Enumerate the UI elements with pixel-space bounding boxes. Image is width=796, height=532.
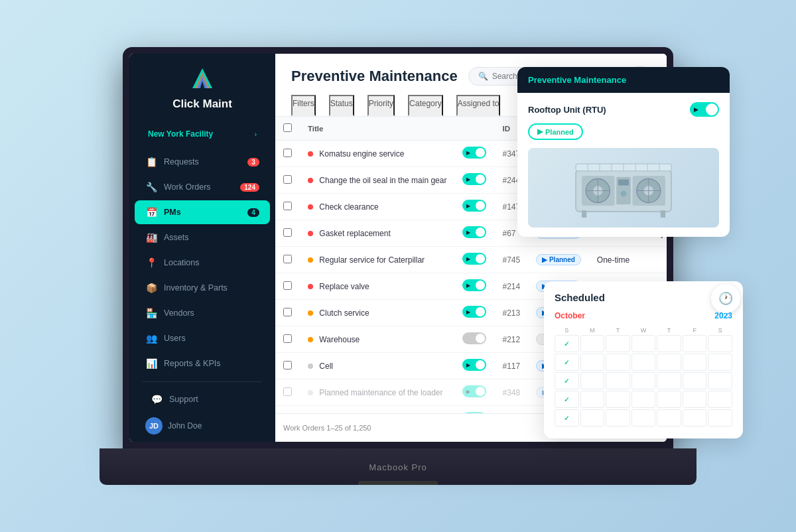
nav-work-orders[interactable]: 🔧 Work Orders 124 — [135, 175, 270, 199]
cal-row-3 — [555, 391, 732, 408]
filter-status[interactable]: Status — [329, 95, 354, 116]
pm-unit-image — [528, 148, 719, 228]
nav-pms[interactable]: 📅 PMs 4 — [135, 200, 270, 224]
cal-cell-4-2 — [606, 409, 630, 427]
sched-header-area: Scheduled 🕐 — [555, 292, 732, 303]
pm-status-badge[interactable]: ▶ Planned — [528, 123, 583, 140]
ac-unit-svg — [564, 151, 683, 224]
cell-toggle-10: ▶ — [454, 406, 494, 414]
cell-checkbox-0 — [275, 141, 300, 167]
toggle-8[interactable]: ▶ — [462, 359, 486, 371]
pm-card-header: Preventive Maintenance — [517, 67, 730, 93]
nav-vendors[interactable]: 🏪 Vendors — [135, 301, 270, 325]
toggle-4[interactable]: ▶ — [462, 253, 486, 265]
page-title: Preventive Maintenance — [291, 68, 458, 85]
toggle-0[interactable]: ▶ — [462, 147, 486, 159]
toggle-3[interactable]: ▶ — [462, 226, 486, 238]
toggle-10[interactable]: ▶ — [462, 412, 486, 413]
toggle-play-icon: ▶ — [466, 256, 470, 262]
cal-row-2 — [555, 372, 732, 389]
priority-dot-1 — [308, 178, 313, 183]
select-all-checkbox[interactable] — [283, 123, 292, 132]
row-checkbox-1[interactable] — [283, 175, 292, 184]
toggle-6[interactable]: ▶ — [462, 306, 486, 318]
filter-priority[interactable]: Priority — [367, 95, 395, 116]
pm-toggle[interactable]: ▶ — [690, 102, 719, 117]
calendar-month: October — [555, 311, 585, 320]
nav-reports[interactable]: 📊 Reports & KPIs — [135, 352, 270, 375]
priority-dot-0 — [308, 151, 313, 157]
nav-locations[interactable]: 📍 Locations — [135, 251, 270, 275]
priority-dot-3 — [308, 231, 313, 236]
cal-cell-1-2 — [606, 354, 630, 371]
nav-support[interactable]: 💬 Support — [140, 387, 265, 411]
nav-admin-settings[interactable]: ⚙️ Admin Settings — [140, 440, 265, 442]
cal-cell-0-5 — [683, 335, 707, 352]
facility-selector[interactable]: New York Facility › — [137, 124, 267, 144]
cell-status-4: ▶ Planned — [528, 247, 589, 273]
cell-title-6: Clutch service — [300, 300, 454, 326]
cell-checkbox-8 — [275, 353, 300, 379]
cell-toggle-9: ▶ — [454, 379, 494, 406]
nav-users[interactable]: 👥 Users — [135, 326, 270, 350]
cal-cell-3-3 — [631, 391, 656, 408]
cell-id-4: #745 — [494, 247, 528, 273]
facility-name: New York Facility — [148, 129, 213, 139]
cal-cell-0-0 — [555, 335, 579, 352]
cell-toggle-2: ▶ — [454, 194, 494, 220]
table-row: Regular service for Caterpillar ▶ #745 ▶… — [275, 247, 667, 273]
cal-row-0 — [555, 335, 732, 352]
cell-schedule-4: One-time — [589, 247, 667, 273]
cell-toggle-3: ▶ — [454, 220, 494, 247]
row-checkbox-5[interactable] — [283, 281, 292, 290]
user-name: John Doe — [168, 421, 202, 431]
cal-day-m: M — [580, 326, 605, 335]
priority-dot-9 — [308, 390, 313, 395]
pm-unit-row: Rooftop Unit (RTU) ▶ — [528, 102, 719, 117]
cell-title-10: Organization — [300, 406, 454, 414]
cal-cell-2-4 — [657, 372, 681, 389]
cal-cell-1-4 — [657, 354, 681, 371]
filter-category[interactable]: Category — [408, 95, 443, 116]
filter-assigned[interactable]: Assigned to — [456, 95, 501, 116]
cal-cell-4-0 — [555, 409, 579, 427]
users-icon: 👥 — [145, 333, 157, 344]
toggle-7[interactable] — [462, 332, 486, 344]
filter-filters[interactable]: Filters — [291, 95, 316, 116]
cell-title-4: Regular service for Caterpillar — [300, 247, 454, 273]
cell-checkbox-4 — [275, 247, 300, 273]
toggle-9[interactable]: ▶ — [462, 385, 486, 397]
nav-requests[interactable]: 📋 Requests 3 — [135, 150, 270, 174]
pm-toggle-play-icon: ▶ — [694, 106, 698, 113]
cell-id-7: #212 — [494, 326, 528, 353]
cal-cell-0-2 — [606, 335, 630, 352]
row-checkbox-3[interactable] — [283, 228, 292, 237]
priority-dot-6 — [308, 310, 313, 316]
cal-cell-1-6 — [708, 354, 732, 371]
sidebar-bottom: 💬 Support JD John Doe ⚙️ Admin Settings — [129, 376, 275, 442]
col-title: Title — [300, 117, 454, 141]
title-text-4: Regular service for Caterpillar — [319, 255, 425, 265]
cell-id-9: #348 — [494, 379, 528, 406]
toggle-2[interactable]: ▶ — [462, 200, 486, 212]
nav-assets[interactable]: 🏭 Assets — [135, 226, 270, 249]
support-icon: 💬 — [151, 394, 163, 405]
toggle-5[interactable]: ▶ — [462, 279, 486, 291]
cal-cell-0-3 — [631, 335, 656, 352]
title-text-6: Clutch service — [319, 308, 369, 318]
row-checkbox-0[interactable] — [283, 149, 292, 157]
toggle-play-icon: ▶ — [466, 203, 470, 209]
cell-checkbox-6 — [275, 300, 300, 326]
row-checkbox-8[interactable] — [283, 361, 292, 369]
status-badge-4: ▶ Planned — [536, 254, 581, 265]
col-toggle — [454, 117, 494, 141]
row-checkbox-4[interactable] — [283, 255, 292, 263]
row-checkbox-7[interactable] — [283, 334, 292, 343]
row-checkbox-9[interactable] — [283, 387, 292, 396]
pms-icon: 📅 — [145, 207, 157, 218]
toggle-1[interactable]: ▶ — [462, 173, 486, 185]
nav-inventory[interactable]: 📦 Inventory & Parts — [135, 276, 270, 300]
row-checkbox-6[interactable] — [283, 308, 292, 316]
cell-toggle-6: ▶ — [454, 300, 494, 326]
row-checkbox-2[interactable] — [283, 202, 292, 210]
